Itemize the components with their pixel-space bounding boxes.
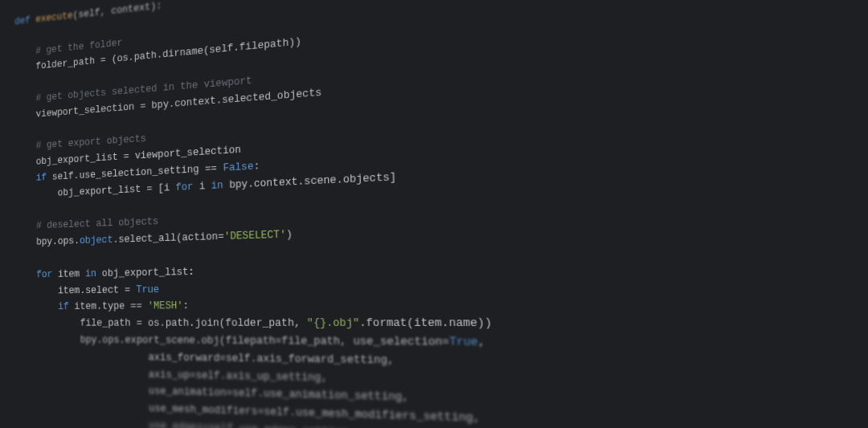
code-token: : [182,300,189,312]
code-token: for [175,180,193,193]
code-token: def [14,14,35,27]
code-token: item [52,267,85,279]
code-token: execute [35,10,72,25]
code-token: True [136,283,159,296]
code-token: obj_export_list: [96,265,194,279]
code-token: axis_up=self.axis_up_setting, [149,368,328,384]
code-token: item.select = [58,283,136,296]
code-token: # deselect all objects [36,215,158,231]
code-token: ) [286,228,293,241]
code-token: in [211,179,223,192]
code-token: "{}.obj" [307,316,360,329]
code-token: item.type == [69,300,148,313]
code-token [14,78,20,90]
code-token: if [58,300,69,312]
code-token: 'MESH' [148,300,183,312]
code-token: .format(item.name)) [359,316,492,330]
code-token: axis_forward=self.axis_forward_setting, [148,351,394,367]
code-token: bpy.ops. [36,234,80,247]
code-token: True [449,335,478,349]
code-token: : [253,160,260,173]
code-editor: def execute(self, context): # get the fo… [8,0,868,428]
code-token: i [193,179,211,192]
code-token: for [36,268,52,280]
code-token: object [80,234,113,247]
code-token [15,125,21,137]
code-token: bpy.ops.export_scene.obj(filepath=file_p… [80,333,450,349]
code-token: .select_all(action= [113,230,223,246]
code-token [14,31,19,43]
code-token: file_path = os.path.join(folder_path, [80,316,307,329]
code-token [15,205,21,217]
code-token: in [85,267,96,279]
code-token [15,253,21,265]
code-token: if [36,171,47,183]
code-token: , [477,335,485,349]
code-token: 'DESELECT' [224,228,286,243]
code-token: False [223,160,253,173]
